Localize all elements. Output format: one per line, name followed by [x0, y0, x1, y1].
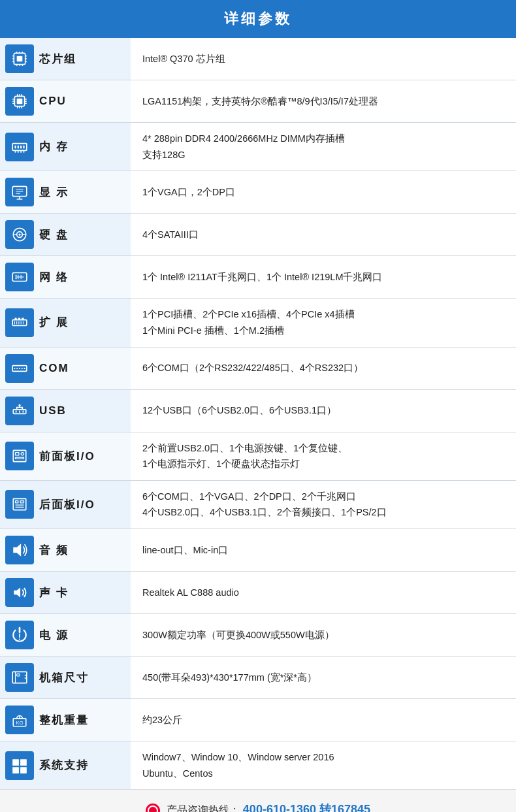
svg-point-45 — [18, 234, 20, 236]
table-row: USB 12个USB口（6个USB2.0口、6个USB3.1口） — [0, 389, 516, 432]
icon-usb — [5, 397, 34, 425]
svg-point-67 — [22, 367, 23, 368]
label-cell-power: 电 源 — [0, 614, 131, 657]
icon-audio — [5, 536, 34, 564]
svg-rect-78 — [13, 451, 26, 462]
spec-table: 芯片组 Intel® Q370 芯片组 CPU LGA1151构架，支持英特尔®… — [0, 38, 516, 789]
label-cell-usb: USB — [0, 389, 131, 432]
icon-soundcard — [5, 578, 34, 607]
svg-point-64 — [14, 367, 15, 368]
value-cell-cpu: LGA1151构架，支持英特尔®酷睿™8/9代I3/I5/I7处理器 — [131, 80, 516, 123]
icon-chassis — [5, 663, 34, 692]
svg-rect-57 — [22, 317, 24, 319]
hotline-label: 产品咨询热线： — [167, 804, 240, 812]
svg-rect-29 — [14, 145, 16, 148]
label-text-chipset: 芯片组 — [39, 52, 76, 67]
label-cell-cpu: CPU — [0, 80, 131, 123]
label-cell-soundcard: 声 卡 — [0, 572, 131, 614]
value-cell-frontpanel: 2个前置USB2.0口、1个电源按键、1个复位键、1个电源指示灯、1个硬盘状态指… — [131, 432, 516, 480]
table-row: COM 6个COM口（2个RS232/422/485口、4个RS232口） — [0, 347, 516, 389]
hotline-number: 400-610-1360 转167845 — [243, 803, 370, 812]
svg-rect-93 — [17, 674, 20, 676]
label-text-power: 电 源 — [39, 628, 69, 643]
label-text-display: 显 示 — [39, 185, 69, 200]
label-text-chassis: 机箱尺寸 — [39, 670, 89, 685]
svg-rect-28 — [12, 143, 27, 150]
label-cell-frontpanel: 前面板I/O — [0, 432, 131, 480]
label-cell-audio: 音 频 — [0, 529, 131, 572]
icon-power — [5, 621, 34, 649]
label-cell-harddisk: 硬 盘 — [0, 214, 131, 256]
icon-memory — [5, 133, 34, 161]
icon-expansion — [5, 308, 34, 337]
label-text-harddisk: 硬 盘 — [39, 227, 69, 242]
table-row: KG 整机重量 约23公斤 — [0, 699, 516, 741]
svg-rect-32 — [23, 145, 24, 148]
value-cell-display: 1个VGA口，2个DP口 — [131, 171, 516, 214]
svg-rect-79 — [16, 453, 19, 455]
footer: 产品咨询热线： 400-610-1360 转167845 — [0, 789, 516, 812]
label-text-weight: 整机重量 — [39, 713, 89, 728]
svg-rect-100 — [20, 759, 27, 766]
label-cell-display: 显 示 — [0, 171, 131, 214]
label-text-os: 系统支持 — [39, 758, 89, 773]
table-row: 网 络 1个 Intel® I211AT千兆网口、1个 Intel® I219L… — [0, 256, 516, 299]
svg-rect-55 — [14, 317, 16, 319]
table-row: 扩 展 1个PCI插槽、2个PCIe x16插槽、4个PCIe x4插槽1个Mi… — [0, 299, 516, 347]
value-cell-network: 1个 Intel® I211AT千兆网口、1个 Intel® I219LM千兆网… — [131, 256, 516, 299]
table-row: 硬 盘 4个SATAIII口 — [0, 214, 516, 256]
table-row: 系统支持 Window7、Window 10、Window server 201… — [0, 741, 516, 790]
svg-point-51 — [16, 278, 17, 279]
icon-chipset — [5, 44, 34, 73]
svg-point-66 — [19, 367, 20, 368]
svg-rect-30 — [18, 145, 19, 148]
icon-weight: KG — [5, 706, 34, 734]
hotline-icon — [146, 804, 160, 812]
svg-rect-102 — [20, 767, 27, 773]
table-row: 内 存 4* 288pin DDR4 2400/2666MHz DIMM内存插槽… — [0, 123, 516, 171]
table-row: 后面板I/O 6个COM口、1个VGA口、2个DP口、2个千兆网口4个USB2.… — [0, 480, 516, 528]
value-cell-os: Window7、Window 10、Window server 2016Ubun… — [131, 741, 516, 790]
svg-marker-87 — [13, 544, 21, 557]
svg-rect-1 — [17, 56, 23, 62]
svg-rect-101 — [12, 767, 19, 773]
label-text-usb: USB — [39, 404, 67, 417]
svg-rect-82 — [13, 499, 26, 510]
value-cell-power: 300W额定功率（可更换400W或550W电源） — [131, 614, 516, 657]
svg-rect-81 — [16, 457, 24, 459]
label-text-frontpanel: 前面板I/O — [39, 449, 95, 464]
icon-rearpanel — [5, 490, 34, 519]
label-text-expansion: 扩 展 — [39, 315, 69, 330]
table-row: 电 源 300W额定功率（可更换400W或550W电源） — [0, 614, 516, 657]
label-cell-memory: 内 存 — [0, 123, 131, 171]
svg-point-80 — [21, 453, 24, 455]
label-text-rearpanel: 后面板I/O — [39, 497, 95, 512]
icon-frontpanel — [5, 442, 34, 470]
table-row: 芯片组 Intel® Q370 芯片组 — [0, 38, 516, 80]
icon-network — [5, 263, 34, 291]
icon-com — [5, 354, 34, 383]
value-cell-rearpanel: 6个COM口、1个VGA口、2个DP口、2个千兆网口4个USB2.0口、4个US… — [131, 480, 516, 528]
label-text-audio: 音 频 — [39, 543, 69, 558]
table-row: 音 频 line-out口、Mic-in口 — [0, 529, 516, 572]
svg-point-68 — [24, 367, 25, 368]
label-cell-chassis: 机箱尺寸 — [0, 657, 131, 699]
svg-rect-83 — [16, 501, 18, 503]
icon-os — [5, 751, 34, 780]
table-row: 声 卡 Realtek AL C888 audio — [0, 572, 516, 614]
icon-display — [5, 178, 34, 206]
label-cell-expansion: 扩 展 — [0, 299, 131, 347]
value-cell-usb: 12个USB口（6个USB2.0口、6个USB3.1口） — [131, 389, 516, 432]
label-text-network: 网 络 — [39, 270, 69, 285]
label-text-com: COM — [39, 362, 69, 375]
svg-rect-99 — [12, 759, 19, 766]
value-cell-audio: line-out口、Mic-in口 — [131, 529, 516, 572]
svg-rect-91 — [12, 672, 27, 683]
label-cell-rearpanel: 后面板I/O — [0, 480, 131, 528]
table-row: 机箱尺寸 450(带耳朵493)*430*177mm (宽*深*高） — [0, 657, 516, 699]
label-cell-chipset: 芯片组 — [0, 38, 131, 80]
value-cell-weight: 约23公斤 — [131, 699, 516, 741]
label-text-soundcard: 声 卡 — [39, 585, 69, 600]
label-cell-network: 网 络 — [0, 256, 131, 299]
svg-rect-31 — [20, 145, 22, 148]
